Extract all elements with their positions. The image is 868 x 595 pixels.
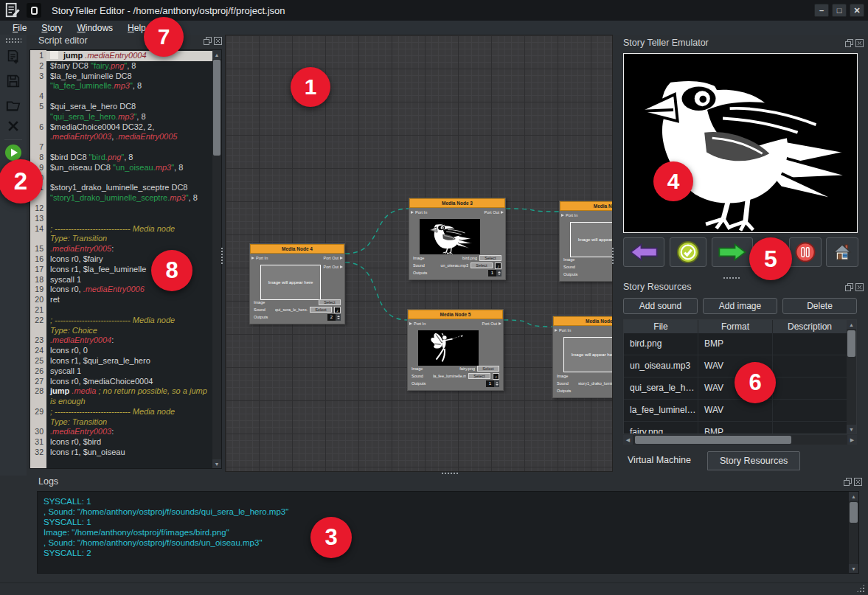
code-text[interactable]: jump .media ; no return possible, so a j… xyxy=(46,386,212,407)
emulator-back-button[interactable] xyxy=(623,237,664,267)
code-text[interactable] xyxy=(46,203,212,214)
media-node[interactable]: Media Node 3Port InPort OutImagebird.png… xyxy=(409,198,506,280)
emulator-next-button[interactable] xyxy=(712,237,753,267)
select-sound-button[interactable]: Select xyxy=(468,373,490,379)
select-image-button[interactable]: Select xyxy=(319,299,341,305)
scrollbar-thumb[interactable] xyxy=(847,330,855,357)
node-title-bar[interactable]: Media Node 4 xyxy=(250,244,344,254)
outputs-spinner[interactable]: 1 xyxy=(486,380,499,387)
close-panel-icon[interactable] xyxy=(854,478,862,486)
code-text[interactable]: $un_oiseau DC8 "un_oiseau.mp3", 8 xyxy=(46,163,212,173)
code-text[interactable]: $story1_drako_luminelle_sceptre DC8 "sto… xyxy=(46,183,212,203)
node-title-bar[interactable]: Media Node 3 xyxy=(409,198,505,208)
node-title-bar[interactable]: Media Node 5 xyxy=(408,310,503,319)
port-out[interactable]: Port Out xyxy=(324,256,343,260)
column-header-format[interactable]: Format xyxy=(698,320,773,333)
scroll-down-arrow[interactable]: ▼ xyxy=(849,564,858,573)
emulator-ok-button[interactable] xyxy=(670,237,706,267)
code-text[interactable]: lcons r0, $bird xyxy=(46,437,212,448)
port-in[interactable]: Port In xyxy=(555,328,571,333)
table-hscrollbar[interactable]: ◀ ▶ xyxy=(623,435,857,445)
code-text[interactable]: lcons r0, .mediaEntry0006 xyxy=(46,285,212,295)
close-panel-icon[interactable] xyxy=(855,283,864,291)
code-text[interactable]: .mediaEntry0004: xyxy=(46,335,212,346)
code-text[interactable]: jump .mediaEntry0004 xyxy=(46,51,212,61)
outputs-spinner[interactable]: 1 xyxy=(488,270,501,276)
spinner-arrows[interactable] xyxy=(496,270,501,276)
resource-row[interactable]: la_fee_luminelle.mp3WAV xyxy=(624,400,856,422)
node-title-bar[interactable]: Media Node xyxy=(560,201,613,211)
code-text[interactable] xyxy=(46,173,212,184)
log-output[interactable]: SYSCALL: 1, Sound: "/home/anthony/ostpro… xyxy=(37,491,859,574)
select-sound-button[interactable]: Select xyxy=(471,262,493,268)
spinner-arrows[interactable] xyxy=(494,380,499,387)
scroll-up-arrow[interactable]: ▲ xyxy=(849,492,858,501)
scroll-down-arrow[interactable]: ▼ xyxy=(212,459,221,468)
port-in[interactable]: Port In xyxy=(561,213,577,218)
select-sound-button[interactable]: Select xyxy=(310,307,332,313)
close-panel-icon[interactable] xyxy=(214,37,222,45)
scrollbar-thumb[interactable] xyxy=(213,60,221,156)
media-node[interactable]: Media Node 5Port InPort OutImagefairy.pn… xyxy=(407,309,504,391)
maximize-button[interactable]: □ xyxy=(832,4,847,17)
code-text[interactable]: lcons r1, $un_oiseau xyxy=(46,448,212,458)
scrollbar-thumb[interactable] xyxy=(850,502,858,523)
spinner-arrows[interactable] xyxy=(336,314,341,321)
port-in[interactable]: Port In xyxy=(411,210,427,215)
code-text[interactable]: ; ---------------------------- Media nod… xyxy=(46,316,212,336)
story-graph-canvas[interactable]: Media Node 4Port InPort OutPort OutImage… xyxy=(225,35,613,472)
save-button[interactable] xyxy=(4,72,22,90)
code-text[interactable]: .mediaEntry0003: xyxy=(46,427,212,437)
sound-preview-button[interactable]: ♪ xyxy=(334,307,341,313)
resize-grip[interactable] xyxy=(856,584,865,593)
code-text[interactable]: $mediaChoice0004 DC32, 2, .mediaEntry000… xyxy=(46,122,212,143)
sound-preview-button[interactable]: ♪ xyxy=(493,373,499,380)
column-header-description[interactable]: Description xyxy=(773,320,847,333)
port-out[interactable]: Port Out xyxy=(482,321,501,326)
code-text[interactable]: $bird DC8 "bird.png", 8 xyxy=(46,153,212,163)
float-panel-icon[interactable] xyxy=(844,478,852,486)
code-text[interactable]: .mediaEntry0005: xyxy=(46,244,212,254)
code-text[interactable] xyxy=(46,91,212,102)
code-text[interactable]: lcons r0, $mediaChoice0004 xyxy=(46,377,212,387)
code-text[interactable]: ; ---------------------------- Media nod… xyxy=(46,407,212,428)
scrollbar-thumb[interactable] xyxy=(635,436,791,444)
scroll-up-arrow[interactable]: ▲ xyxy=(847,320,856,329)
emulator-home-button[interactable] xyxy=(826,237,858,267)
code-text[interactable]: syscall 1 xyxy=(46,366,212,377)
float-panel-icon[interactable] xyxy=(845,39,853,47)
float-panel-icon[interactable] xyxy=(204,37,212,45)
scroll-right-arrow[interactable]: ▶ xyxy=(847,435,857,445)
port-out[interactable]: Port Out xyxy=(324,265,343,269)
float-panel-icon[interactable] xyxy=(845,283,853,291)
scroll-up-arrow[interactable]: ▲ xyxy=(212,50,221,59)
tab-virtual-machine[interactable]: Virtual Machine xyxy=(616,451,703,470)
code-text[interactable]: ; ---------------------------- Media nod… xyxy=(46,224,212,245)
node-title-bar[interactable]: Media Node 6 xyxy=(553,316,613,326)
code-text[interactable] xyxy=(46,214,212,224)
delete-button[interactable]: Delete xyxy=(782,298,857,314)
code-text[interactable]: $fairy DC8 "fairy.png", 8 xyxy=(46,61,212,72)
menu-item-windows[interactable]: Windows xyxy=(70,22,119,34)
select-image-button[interactable]: Select xyxy=(479,255,501,261)
splitter-left[interactable] xyxy=(221,247,224,265)
code-text[interactable] xyxy=(46,305,212,316)
scroll-left-arrow[interactable]: ◀ xyxy=(623,435,633,445)
open-project-button[interactable] xyxy=(4,97,22,114)
code-text[interactable] xyxy=(46,142,212,153)
code-editor[interactable]: 1jump .mediaEntry00042$fairy DC8 "fairy.… xyxy=(29,49,222,469)
resource-row[interactable]: bird.pngBMP xyxy=(624,333,856,355)
code-text[interactable]: lcons r0, 0 xyxy=(46,346,212,356)
media-node[interactable]: Media Node 6Port InImage will appear her… xyxy=(552,316,613,398)
menu-item-file[interactable]: File xyxy=(6,22,33,34)
new-project-button[interactable] xyxy=(4,48,22,66)
toolbar-drag-handle[interactable] xyxy=(5,38,21,43)
titlebar[interactable]: StoryTeller Editor - /home/anthony/ostpr… xyxy=(0,0,868,21)
close-panel-icon[interactable] xyxy=(855,39,864,47)
media-node[interactable]: Media NodePort InImage will appear hereI… xyxy=(559,201,613,282)
media-node[interactable]: Media Node 4Port InPort OutPort OutImage… xyxy=(249,243,345,324)
tab-story-resources[interactable]: Story Resources xyxy=(707,451,800,470)
logs-scrollbar[interactable]: ▲ ▼ xyxy=(849,492,858,573)
code-text[interactable]: ret xyxy=(46,295,212,305)
close-project-button[interactable] xyxy=(4,117,22,135)
